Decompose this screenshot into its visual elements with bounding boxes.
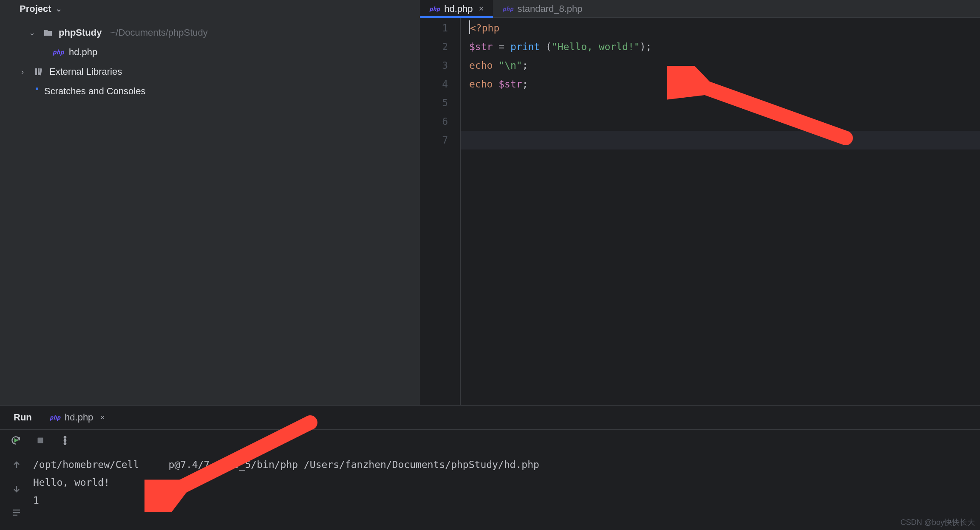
code-body[interactable]: <?php $str = print ("Hello, world!"); ec…	[461, 18, 980, 405]
line-number: 1	[420, 19, 460, 37]
tree-scratches[interactable]: Scratches and Consoles	[0, 82, 420, 101]
tree-external-libraries[interactable]: › External Libraries	[0, 62, 420, 82]
line-number: 4	[420, 75, 460, 93]
watermark: CSDN @boy快快长大	[901, 517, 975, 527]
line-number: 6	[420, 112, 460, 131]
tree-item-label: hd.php	[69, 47, 97, 58]
stop-icon[interactable]	[35, 435, 46, 448]
run-toolbar	[0, 429, 980, 453]
code-line	[469, 112, 980, 131]
code-line: echo $str;	[469, 75, 980, 93]
project-title: Project	[20, 3, 51, 14]
php-file-icon: php	[429, 6, 440, 12]
run-side-toolbar	[0, 453, 33, 530]
project-tool-window: Project ⌄ ⌄ phpStudy ~/Documents/phpStud…	[0, 0, 420, 405]
line-number: 3	[420, 56, 460, 75]
library-icon	[33, 66, 44, 77]
code-editor[interactable]: 1 2 3 4 5 6 7 <?php $str = print ("Hello…	[420, 18, 980, 405]
folder-icon	[42, 27, 54, 38]
run-panel-title: Run	[14, 412, 32, 423]
line-number: 7	[420, 131, 460, 149]
editor-tab-hd-php[interactable]: php hd.php ×	[420, 0, 493, 17]
console-line: Hello, world!	[33, 474, 980, 491]
php-file-icon: php	[502, 6, 513, 12]
arrow-up-icon[interactable]	[11, 460, 22, 473]
gutter: 1 2 3 4 5 6 7	[420, 18, 460, 405]
tree-item-path: ~/Documents/phpStudy	[110, 27, 207, 38]
svg-point-0	[36, 87, 38, 90]
code-line: echo "\n";	[469, 56, 980, 75]
run-tab-label: hd.php	[65, 412, 93, 423]
editor-tab-bar: php hd.php × php standard_8.php	[420, 0, 980, 18]
svg-point-3	[64, 439, 66, 441]
console-line: 1	[33, 491, 980, 509]
run-panel-header: Run php hd.php ×	[0, 406, 980, 429]
tab-label: hd.php	[444, 3, 473, 14]
project-panel-header[interactable]: Project ⌄	[0, 0, 420, 20]
tree-file-hd-php[interactable]: php hd.php	[0, 42, 420, 62]
arrow-down-icon[interactable]	[11, 484, 22, 496]
rerun-icon[interactable]	[10, 435, 21, 448]
close-icon[interactable]: ×	[479, 4, 484, 14]
tree-item-label: External Libraries	[49, 66, 122, 77]
run-tab-hd-php[interactable]: php hd.php ×	[45, 406, 110, 429]
chevron-right-icon: ›	[17, 68, 28, 76]
php-file-icon: php	[53, 47, 64, 58]
code-line: $str = print ("Hello, world!");	[469, 37, 980, 56]
console-output[interactable]: /opt/homebrew/Cell p@7.4/7.4.33_5/bin/ph…	[33, 453, 980, 530]
chevron-down-icon: ⌄	[26, 28, 37, 37]
tree-item-label: phpStudy	[59, 27, 102, 38]
scratch-icon	[28, 86, 39, 97]
editor-tab-standard-8-php[interactable]: php standard_8.php	[493, 0, 592, 17]
project-tree: ⌄ phpStudy ~/Documents/phpStudy php hd.p…	[0, 20, 420, 104]
code-line: <?php	[469, 19, 980, 37]
php-file-icon: php	[50, 414, 60, 421]
svg-point-4	[64, 443, 66, 444]
tree-root-folder[interactable]: ⌄ phpStudy ~/Documents/phpStudy	[0, 23, 420, 42]
editor: php hd.php × php standard_8.php 1 2 3 4 …	[420, 0, 980, 405]
svg-rect-1	[38, 437, 43, 443]
more-icon[interactable]	[59, 435, 71, 448]
run-tool-window: Run php hd.php × /opt/homebrew/Cell p@7.…	[0, 405, 980, 530]
close-icon[interactable]: ×	[100, 413, 105, 423]
tab-label: standard_8.php	[518, 3, 583, 14]
code-line	[469, 93, 980, 112]
line-number: 2	[420, 37, 460, 56]
chevron-down-icon: ⌄	[56, 4, 62, 14]
code-line-current	[461, 131, 980, 149]
soft-wrap-icon[interactable]	[11, 507, 22, 520]
console-line: /opt/homebrew/Cell p@7.4/7.4.33_5/bin/ph…	[33, 456, 980, 474]
svg-point-2	[64, 436, 66, 438]
tree-item-label: Scratches and Consoles	[44, 86, 145, 97]
line-number: 5	[420, 93, 460, 112]
